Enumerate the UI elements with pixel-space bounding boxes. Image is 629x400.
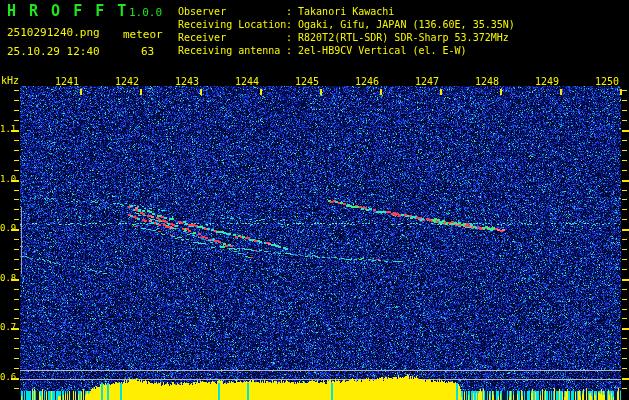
- app-title: H R O F F T: [7, 4, 128, 19]
- observation-datetime: 25.10.29 12:40: [7, 46, 100, 57]
- output-filename: 2510291240.png: [7, 27, 100, 38]
- info-label: Receiving antenna: [178, 44, 286, 57]
- x-tick-label-1245: 1245: [289, 77, 319, 87]
- station-info-block: Observer: Takanori KawachiReceiving Loca…: [178, 5, 515, 57]
- x-tick-label-1247: 1247: [409, 77, 439, 87]
- hrofft-window: H R O F F T 1.0.0 2510291240.png meteor …: [0, 0, 629, 400]
- x-tick-label-1248: 1248: [469, 77, 499, 87]
- y-axis-unit-label: kHz: [1, 76, 19, 86]
- info-row-3: Receiving antenna: 2el-HB9CV Vertical (e…: [178, 44, 515, 57]
- y-tick-label-0.9: 0.9: [0, 224, 12, 233]
- info-value: : Takanori Kawachi: [286, 6, 394, 17]
- x-tick-label-1243: 1243: [169, 77, 199, 87]
- info-value: : R820T2(RTL-SDR) SDR-Sharp 53.372MHz: [286, 32, 509, 43]
- app-version: 1.0.0: [129, 7, 162, 18]
- info-value: : Ogaki, Gifu, JAPAN (136.60E, 35.35N): [286, 19, 515, 30]
- info-row-2: Receiver: R820T2(RTL-SDR) SDR-Sharp 53.3…: [178, 31, 515, 44]
- mode-label: meteor: [123, 29, 163, 40]
- y-tick-label-0.6: 0.6: [0, 373, 12, 382]
- x-tick-label-1242: 1242: [109, 77, 139, 87]
- info-row-0: Observer: Takanori Kawachi: [178, 5, 515, 18]
- info-label: Receiver: [178, 31, 286, 44]
- y-tick-label-1.0: 1.0: [0, 175, 12, 184]
- info-label: Receiving Location: [178, 18, 286, 31]
- x-tick-label-1249: 1249: [529, 77, 559, 87]
- meteor-count: 63: [141, 46, 154, 57]
- x-tick-label-1241: 1241: [49, 77, 79, 87]
- x-tick-label-1246: 1246: [349, 77, 379, 87]
- y-tick-label-1.1: 1.1: [0, 125, 12, 134]
- spectrogram-canvas: [0, 0, 629, 400]
- x-tick-label-1244: 1244: [229, 77, 259, 87]
- info-label: Observer: [178, 5, 286, 18]
- y-tick-label-0.7: 0.7: [0, 323, 12, 332]
- x-tick-label-1250: 1250: [589, 77, 619, 87]
- y-tick-label-0.8: 0.8: [0, 274, 12, 283]
- info-value: : 2el-HB9CV Vertical (el. E-W): [286, 45, 467, 56]
- info-row-1: Receiving Location: Ogaki, Gifu, JAPAN (…: [178, 18, 515, 31]
